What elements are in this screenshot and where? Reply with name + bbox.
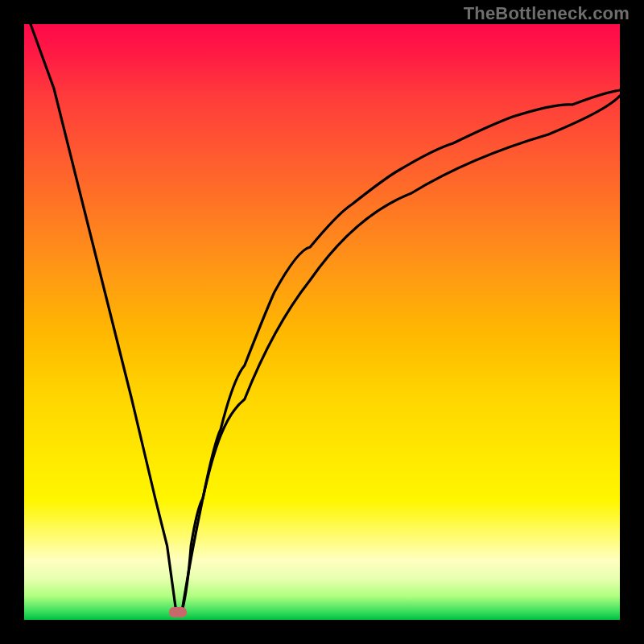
curve-left-branch [24,24,176,611]
watermark-text: TheBottleneck.com [464,3,630,24]
bottleneck-curve [24,24,620,620]
plot-area [24,24,620,620]
min-marker [169,607,187,617]
curve-right-branch [182,96,620,611]
chart-frame: TheBottleneck.com [0,0,644,644]
curve-right-branch-smooth [182,90,620,611]
